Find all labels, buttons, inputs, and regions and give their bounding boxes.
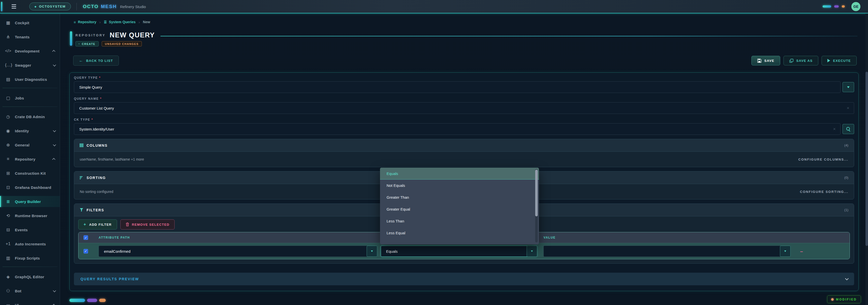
- dropdown-option-less-than[interactable]: Less Than: [380, 215, 539, 227]
- user-avatar[interactable]: GE: [851, 2, 861, 11]
- copy-icon: [789, 59, 794, 63]
- sidebar-item-construction-kit[interactable]: ⊞ Construction Kit: [0, 167, 60, 179]
- brand-octo: OCTO: [83, 4, 99, 9]
- tenants-icon: ⋔: [5, 34, 11, 40]
- title-underline: [160, 36, 858, 36]
- select-all-checkbox[interactable]: ✓: [84, 235, 88, 240]
- sidebar-item-tenants[interactable]: ⋔ Tenants: [0, 31, 60, 42]
- remove-selected-button[interactable]: REMOVE SELECTED: [120, 219, 175, 230]
- sidebar-item-ui[interactable]: ▭ UI: [0, 300, 60, 305]
- unsaved-changes-badge: UNSAVED CHANGES: [102, 41, 142, 47]
- query-type-select[interactable]: Simple Query: [74, 81, 840, 93]
- ck-type-input[interactable]: System.Identity/User ×: [74, 123, 840, 135]
- value-select[interactable]: [544, 246, 790, 257]
- sidebar-item-label: Identity: [15, 129, 29, 133]
- save-as-button[interactable]: SAVE AS: [783, 56, 818, 65]
- sidebar-item-graphql-editor[interactable]: ◈ GraphQL Editor: [0, 271, 60, 282]
- back-to-list-button[interactable]: ← BACK TO LIST: [73, 56, 119, 66]
- row-checkbox[interactable]: ✓: [84, 249, 88, 253]
- query-builder-icon: ≣: [5, 199, 11, 204]
- page-title: NEW QUERY: [110, 31, 155, 39]
- dropdown-option-less-equal[interactable]: Less Equal: [380, 227, 539, 239]
- clear-icon[interactable]: ×: [846, 105, 849, 111]
- sidebar-item-cockpit[interactable]: ▦ Cockpit: [0, 17, 60, 28]
- breadcrumb-icon: ≣: [104, 20, 107, 24]
- chevron-up-icon: [52, 50, 56, 53]
- dropdown-option-greater-than[interactable]: Greater Than: [380, 191, 539, 203]
- triangle-down-icon: [531, 250, 533, 252]
- sidebar-item-grafana-dashboard[interactable]: ⊡ Grafana Dashboard: [0, 182, 60, 193]
- modified-dot-icon: [831, 298, 834, 301]
- octosystem-button[interactable]: ◆ OCTOSYSTEM: [29, 2, 71, 10]
- sidebar-item-events[interactable]: ⊟ Events: [0, 224, 60, 235]
- general-icon: ⊕: [5, 143, 11, 148]
- sidebar-divider: [2, 267, 57, 267]
- ck-type-label: CK TYPE*: [74, 118, 854, 121]
- triangle-down-icon: [784, 250, 786, 252]
- top-bar: ◆ OCTOSYSTEM OCTO MESH Refinery Studio G…: [0, 0, 868, 13]
- auto-increments-icon: +1: [5, 241, 11, 246]
- sidebar-item-crate-db-admin[interactable]: ◷ Crate DB Admin: [0, 111, 60, 122]
- footer-status-pills: [69, 299, 106, 302]
- status-pill-orange: [99, 299, 106, 302]
- configure-columns-link[interactable]: CONFIGURE COLUMNS...: [798, 157, 848, 161]
- query-type-dropdown-button[interactable]: [842, 82, 854, 92]
- sidebar-item-label: Query Builder: [15, 200, 41, 204]
- sidebar-item-jobs[interactable]: ▢ Jobs: [0, 92, 60, 103]
- page-scrollbar: [866, 13, 868, 305]
- breadcrumb-item-system-queries[interactable]: ≣System Queries: [104, 20, 135, 24]
- menu-icon[interactable]: [11, 4, 16, 8]
- arrow-left-icon: ←: [79, 58, 83, 63]
- sidebar-item-query-builder[interactable]: ≣ Query Builder: [0, 196, 60, 207]
- page-scrollbar-thumb[interactable]: [866, 72, 868, 246]
- add-filter-button[interactable]: + ADD FILTER: [78, 219, 117, 230]
- sidebar-item-development[interactable]: </> Development: [0, 45, 60, 57]
- ck-type-search-button[interactable]: [842, 124, 854, 134]
- grafana-dashboard-icon: ⊡: [5, 185, 11, 190]
- breadcrumb-separator: ›: [138, 20, 140, 24]
- main-content: ≡Repository›≣System Queries›New REPOSITO…: [60, 13, 868, 305]
- sidebar-item-label: Crate DB Admin: [15, 115, 45, 119]
- execute-button[interactable]: EXECUTE: [822, 56, 857, 65]
- brand-logo: OCTO MESH Refinery Studio: [83, 4, 146, 9]
- sidebar-item-runtime-browser[interactable]: ⟲ Runtime Browser: [0, 210, 60, 221]
- breadcrumb-item-repository[interactable]: ≡Repository: [74, 20, 96, 24]
- sidebar-item-identity[interactable]: ◉ Identity: [0, 125, 60, 136]
- sidebar-item-label: Construction Kit: [15, 171, 46, 176]
- sorting-summary: No sorting configured: [80, 190, 113, 194]
- sidebar-item-general[interactable]: ⊕ General: [0, 140, 60, 151]
- chevron-down-icon: [53, 129, 56, 132]
- dropdown-option-equals[interactable]: Equals: [380, 167, 539, 180]
- dropdown-arrow-button[interactable]: [367, 246, 377, 257]
- dropdown-option-not-equals[interactable]: Not Equals: [380, 180, 539, 191]
- query-name-input[interactable]: Customer List Query ×: [74, 102, 854, 114]
- sidebar-item-user-diagnostics[interactable]: ▤ User Diagnostics: [0, 74, 60, 85]
- triangle-down-icon: [371, 250, 373, 252]
- save-button[interactable]: SAVE: [751, 56, 780, 65]
- status-pill-orange: [842, 5, 845, 7]
- dropdown-option-greater-equal[interactable]: Greater Equal: [380, 203, 539, 215]
- attribute-path-select[interactable]: emailConfirmed: [99, 246, 377, 257]
- clear-icon[interactable]: ×: [833, 126, 836, 132]
- query-results-preview-toggle[interactable]: QUERY RESULTS PREVIEW: [74, 273, 854, 285]
- modified-status-badge: MODIFIED: [827, 296, 861, 303]
- create-badge: ▪ CREATE: [75, 41, 99, 47]
- dropdown-arrow-button[interactable]: [527, 246, 537, 257]
- dropdown-arrow-button[interactable]: [780, 246, 790, 257]
- preview-title: QUERY RESULTS PREVIEW: [81, 277, 139, 281]
- dropdown-scrollbar-thumb[interactable]: [535, 170, 538, 216]
- sidebar-item-label: GraphQL Editor: [15, 275, 44, 279]
- runtime-browser-icon: ⟲: [5, 213, 11, 218]
- sidebar-item-fixup-scripts[interactable]: ▥ Fixup Scripts: [0, 252, 60, 264]
- sidebar-item-swagger[interactable]: {…} Swagger: [0, 60, 60, 71]
- sidebar-item-repository[interactable]: ≡ Repository: [0, 153, 60, 164]
- chevron-down-icon: [53, 143, 56, 146]
- sidebar-item-bot[interactable]: ⚇ Bot: [0, 285, 60, 297]
- chevron-down-icon: [53, 289, 56, 292]
- events-icon: ⊟: [5, 227, 11, 233]
- sidebar-item-label: Jobs: [15, 96, 24, 100]
- value-header: VALUE: [544, 236, 556, 239]
- configure-sorting-link[interactable]: CONFIGURE SORTING...: [800, 190, 848, 194]
- sidebar-item-auto-increments[interactable]: +1 Auto Increments: [0, 238, 60, 249]
- operator-select[interactable]: Equals: [381, 246, 537, 257]
